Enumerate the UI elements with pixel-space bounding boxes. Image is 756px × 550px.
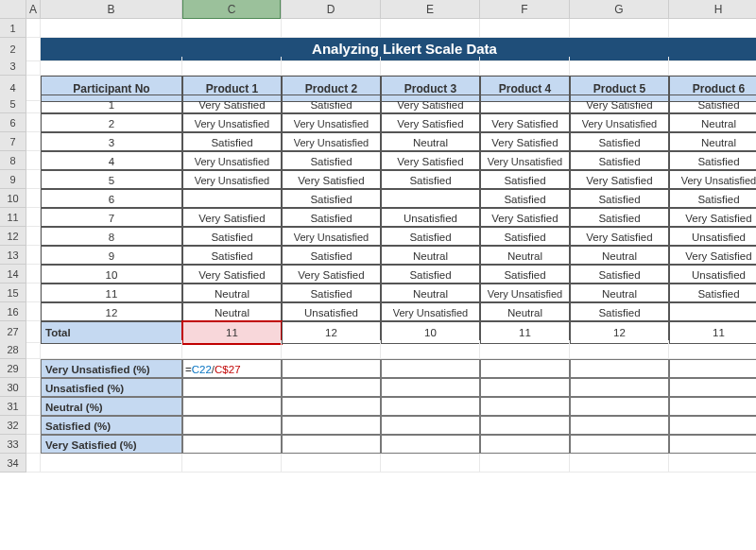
data-cell[interactable]: Very Satisfied [570, 227, 669, 246]
row-header[interactable]: 12 [0, 227, 26, 246]
cell[interactable] [669, 19, 756, 38]
data-cell[interactable]: Satisfied [182, 132, 282, 151]
pct-cell[interactable] [669, 397, 756, 416]
pct-cell[interactable] [381, 397, 480, 416]
data-cell[interactable] [669, 302, 756, 321]
cell[interactable] [41, 19, 182, 38]
cell[interactable] [570, 454, 669, 473]
row-header[interactable]: 32 [0, 416, 26, 435]
cell[interactable] [381, 19, 480, 38]
col-header-selected[interactable]: C [182, 0, 281, 19]
row-header[interactable]: 11 [0, 208, 26, 227]
data-cell[interactable]: Neutral [182, 284, 282, 302]
row-header[interactable]: 33 [0, 435, 26, 454]
pct-cell[interactable] [480, 359, 570, 378]
data-cell[interactable]: Very Satisfied [669, 208, 756, 227]
cell[interactable] [381, 340, 480, 359]
data-cell[interactable]: Very Satisfied [381, 113, 480, 132]
data-cell[interactable]: Satisfied [480, 170, 570, 189]
participant-no[interactable]: 10 [41, 265, 182, 284]
row-header[interactable]: 30 [0, 378, 26, 397]
pct-label[interactable]: Neutral (%) [41, 397, 182, 416]
participant-no[interactable]: 6 [41, 189, 182, 208]
data-cell[interactable]: Unsatisfied [282, 302, 381, 321]
participant-no[interactable]: 7 [41, 208, 182, 227]
pct-cell[interactable] [282, 397, 381, 416]
row-header[interactable]: 16 [0, 302, 26, 321]
data-cell[interactable]: Satisfied [282, 151, 381, 170]
row-header[interactable]: 10 [0, 189, 26, 208]
data-cell[interactable]: Neutral [381, 246, 480, 265]
pct-cell[interactable] [282, 359, 381, 378]
cell[interactable] [570, 57, 669, 76]
cell[interactable] [26, 57, 41, 76]
pct-cell[interactable] [570, 378, 669, 397]
participant-no[interactable]: 3 [41, 132, 182, 151]
cell[interactable] [182, 454, 282, 473]
data-cell[interactable]: Satisfied [381, 265, 480, 284]
data-cell[interactable]: Satisfied [570, 302, 669, 321]
data-cell[interactable]: Unsatisfied [669, 227, 756, 246]
data-cell[interactable]: Unsatisfied [669, 265, 756, 284]
row-header[interactable]: 29 [0, 359, 26, 378]
data-cell[interactable]: Very Satisfied [480, 113, 570, 132]
pct-cell[interactable] [570, 416, 669, 435]
data-cell[interactable]: Satisfied [570, 265, 669, 284]
data-cell[interactable]: Very Satisfied [182, 95, 282, 113]
pct-cell[interactable] [381, 416, 480, 435]
row-header[interactable]: 34 [0, 454, 26, 473]
participant-no[interactable]: 1 [41, 95, 182, 113]
pct-cell[interactable] [570, 435, 669, 454]
pct-cell[interactable] [480, 435, 570, 454]
data-cell[interactable]: Very Unsatisfied [282, 132, 381, 151]
formula-cell[interactable]: =C22/C$27 [182, 359, 282, 378]
cell[interactable] [26, 132, 41, 151]
cell[interactable] [26, 359, 41, 378]
row-header[interactable]: 14 [0, 265, 26, 284]
data-cell[interactable]: Very Satisfied [480, 208, 570, 227]
row-header[interactable]: 31 [0, 397, 26, 416]
pct-cell[interactable] [480, 378, 570, 397]
cell[interactable] [26, 416, 41, 435]
cell[interactable] [26, 151, 41, 170]
pct-cell[interactable] [381, 378, 480, 397]
pct-cell[interactable] [669, 359, 756, 378]
pct-cell[interactable] [480, 416, 570, 435]
col-header-B[interactable]: B [41, 0, 182, 19]
data-cell[interactable]: Very Satisfied [182, 208, 282, 227]
data-cell[interactable]: Very Satisfied [570, 170, 669, 189]
cell[interactable] [182, 19, 282, 38]
cell[interactable] [570, 19, 669, 38]
pct-label[interactable]: Unsatisfied (%) [41, 378, 182, 397]
cell[interactable] [26, 227, 41, 246]
data-cell[interactable] [182, 189, 282, 208]
data-cell[interactable]: Satisfied [282, 284, 381, 302]
data-cell[interactable]: Satisfied [282, 189, 381, 208]
data-cell[interactable]: Satisfied [570, 189, 669, 208]
data-cell[interactable]: Very Satisfied [381, 95, 480, 113]
pct-cell[interactable] [480, 397, 570, 416]
data-cell[interactable] [480, 95, 570, 113]
data-cell[interactable]: Satisfied [480, 227, 570, 246]
participant-no[interactable]: 9 [41, 246, 182, 265]
data-cell[interactable]: Satisfied [669, 95, 756, 113]
cell[interactable] [26, 302, 41, 321]
participant-no[interactable]: 11 [41, 284, 182, 302]
cell[interactable] [381, 57, 480, 76]
data-cell[interactable]: Neutral [480, 246, 570, 265]
row-header[interactable]: 8 [0, 151, 26, 170]
cell[interactable] [26, 113, 41, 132]
data-cell[interactable]: Satisfied [282, 95, 381, 113]
col-header-G[interactable]: G [570, 0, 669, 19]
data-cell[interactable]: Satisfied [669, 189, 756, 208]
cell[interactable] [669, 454, 756, 473]
row-header[interactable]: 6 [0, 113, 26, 132]
pct-cell[interactable] [282, 378, 381, 397]
data-cell[interactable]: Neutral [480, 302, 570, 321]
pct-label[interactable]: Very Unsatisfied (%) [41, 359, 182, 378]
data-cell[interactable]: Very Satisfied [480, 132, 570, 151]
cell[interactable] [26, 378, 41, 397]
cell[interactable] [26, 454, 41, 473]
data-cell[interactable]: Neutral [381, 132, 480, 151]
data-cell[interactable]: Satisfied [182, 246, 282, 265]
